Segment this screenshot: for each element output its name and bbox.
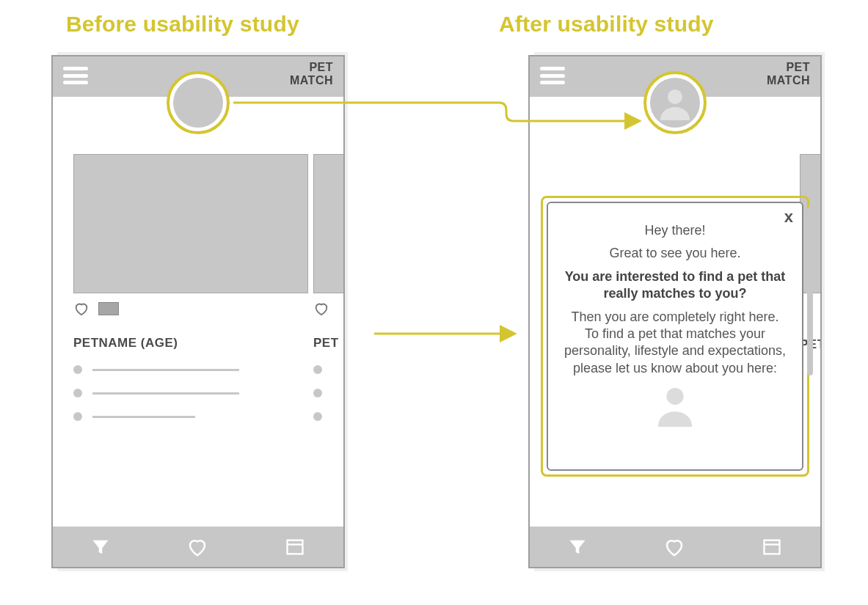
browse-icon[interactable]	[760, 537, 784, 557]
profile-avatar-empty[interactable]	[173, 78, 223, 128]
heart-icon[interactable]	[313, 301, 329, 317]
hamburger-icon[interactable]	[540, 67, 565, 84]
pet-image-placeholder	[73, 154, 308, 293]
pet-name: PET	[313, 336, 343, 351]
pet-image-placeholder	[313, 154, 343, 293]
profile-avatar-placeholder[interactable]	[650, 78, 700, 128]
modal-line: Hey there!	[563, 222, 787, 239]
hamburger-icon[interactable]	[63, 67, 88, 84]
pet-details-list	[73, 365, 308, 421]
pet-details-list	[313, 365, 343, 421]
tag-icon	[98, 302, 119, 315]
filter-icon[interactable]	[90, 537, 112, 557]
modal-line: Then you are completely right here. To f…	[563, 309, 787, 378]
favorites-icon[interactable]	[662, 536, 687, 558]
pet-card[interactable]: PETNAME (AGE)	[73, 154, 308, 436]
profile-avatar-highlight	[167, 71, 230, 134]
profile-avatar-highlight	[643, 71, 707, 134]
pet-name: PETNAME (AGE)	[73, 336, 308, 351]
modal-line: Great to see you here.	[563, 245, 787, 262]
heart-icon[interactable]	[73, 301, 90, 317]
heading-after: After usability study	[499, 12, 714, 37]
app-brand: PETMATCH	[290, 61, 333, 87]
scrollbar-thumb[interactable]	[807, 207, 813, 375]
filter-icon[interactable]	[566, 537, 588, 557]
browse-icon[interactable]	[283, 537, 307, 557]
onboarding-modal: x Hey there! Great to see you here. You …	[547, 202, 803, 471]
close-icon[interactable]: x	[784, 208, 793, 227]
modal-line-bold: You are interested to find a pet that re…	[563, 268, 787, 303]
bottom-nav	[530, 527, 820, 567]
mock-before: PETMATCH PETNAME (AGE)	[51, 55, 345, 568]
pet-card-peek[interactable]: PET	[313, 154, 343, 436]
svg-rect-0	[288, 540, 303, 554]
heading-before: Before usability study	[66, 12, 299, 37]
svg-point-2	[668, 89, 682, 104]
svg-rect-4	[765, 540, 780, 554]
mock-after: PETMATCH PET x Hey there! Great to see y…	[528, 55, 822, 568]
profile-link-icon[interactable]	[563, 383, 787, 427]
svg-point-3	[666, 388, 683, 405]
bottom-nav	[53, 527, 343, 567]
favorites-icon[interactable]	[185, 536, 210, 558]
app-brand: PETMATCH	[767, 61, 810, 87]
